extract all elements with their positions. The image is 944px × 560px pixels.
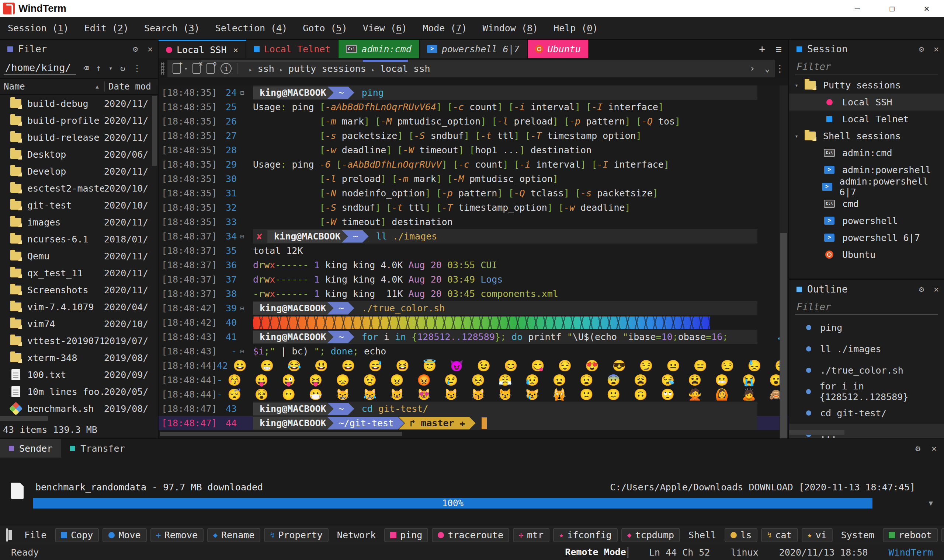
toolbar-button-mtr[interactable]: ✣mtr [513,528,549,542]
drag-handle[interactable] [161,62,165,75]
transfer-dropdown-icon[interactable]: ▼ [929,499,933,507]
breadcrumb-item-ssh[interactable]: ssh [258,63,275,74]
breadcrumb-item-putty-sessions[interactable]: putty sessions [288,63,366,74]
clear-path-icon[interactable]: ⌫ [83,63,88,73]
filer-vertical-scrollbar[interactable] [152,96,157,166]
chevron-down-icon[interactable]: ▾ [789,132,804,140]
file-row[interactable]: Desktop2020/06/ [0,146,158,163]
outline-horizontal-scrollbar[interactable] [789,430,844,435]
toolbar-button-crontab[interactable]: ♥crontab [941,528,944,542]
tab-local-telnet[interactable]: Local Telnet [246,40,339,58]
new-tab-dropdown-icon[interactable]: ▾ [184,66,187,71]
file-row[interactable]: build-release2020/11/ [0,129,158,146]
file-row[interactable]: xterm-3482019/08/ [0,349,158,366]
file-row[interactable]: git-test2020/10/ [0,197,158,214]
toolbar-button-reboot[interactable]: reboot [883,528,938,542]
gear-icon[interactable]: ⚙ [915,443,921,453]
session-item-ubuntu[interactable]: Ubuntu [789,246,944,263]
terminal-horizontal-scrollbar[interactable] [160,432,402,436]
outline-filter-input[interactable]: Filter [795,302,938,315]
toolbar-button-tcpdump[interactable]: ◆tcpdump [622,528,680,542]
terminal-vertical-scrollbar[interactable] [779,86,788,438]
info-icon[interactable]: i [221,63,231,74]
command-book-icon[interactable] [6,528,8,542]
close-tab-icon[interactable]: x [193,63,201,74]
file-row[interactable]: vttest-201907102019/07/ [0,332,158,349]
menu-item-session[interactable]: Session (1) [0,23,77,34]
close-icon[interactable]: ✕ [934,44,939,54]
session-item-powershell-6-7[interactable]: >powershell 6|7 [789,229,944,246]
close-tab-icon[interactable]: ✕ [233,45,238,54]
column-name[interactable]: Name ▲ [0,82,104,92]
menu-item-mode[interactable]: Mode (7) [415,23,475,34]
tab-powershell-6-7[interactable]: >powershell 6|7 [420,40,528,58]
minimize-button[interactable]: – [840,0,875,17]
close-button[interactable]: ✕ [909,0,944,17]
gear-icon[interactable]: ⚙ [133,44,138,54]
gear-icon[interactable]: ⚙ [919,285,924,294]
up-directory-icon[interactable]: ↑ [96,63,101,73]
column-date-modified[interactable]: Date mod [104,82,158,92]
transfer-tab-sender[interactable]: Sender [0,439,61,458]
fold-marker-icon[interactable]: ⊟ [237,89,248,97]
toolbar-button-copy[interactable]: Copy [55,528,99,542]
chevron-down-icon[interactable]: ▾ [789,82,804,89]
cursor-position[interactable]: Ln 44 Ch 52 [649,547,710,558]
restore-button[interactable]: ❐ [875,0,909,17]
outline-item[interactable]: cd git-test/ [789,402,944,424]
refresh-icon[interactable]: ↻ [120,63,125,73]
file-row[interactable]: esctest2-master2020/10/ [0,180,158,197]
collapse-icon[interactable]: ⌄ [765,63,770,74]
toolbar-button-ifconfig[interactable]: ★ifconfig [553,528,617,542]
session-item-admin-cmd[interactable]: C:\admin:cmd [789,145,944,162]
session-filter-input[interactable]: Filter [795,61,938,74]
outline-item[interactable]: ll ./images [789,338,944,360]
menu-item-goto[interactable]: Goto (5) [295,23,355,34]
path-dropdown-icon[interactable]: ▾ [109,65,113,72]
file-row[interactable]: vim-7.4.10792020/04/ [0,298,158,315]
fold-marker-icon[interactable]: ⊟ [237,348,248,355]
file-row[interactable]: build-debug2020/11/ [0,95,158,112]
file-row[interactable]: qx_test_112020/11/ [0,265,158,282]
outline-item[interactable]: for i in {128512..128589} [789,381,944,402]
expand-prompt-icon[interactable]: › [750,63,755,74]
file-row[interactable]: Qemu2020/11/ [0,248,158,265]
file-row[interactable]: Screenshots2020/11/ [0,282,158,298]
outline-item[interactable]: ping [789,317,944,338]
file-row[interactable]: images2020/11/ [0,214,158,231]
tab-local-ssh[interactable]: Local SSH✕ [159,40,246,58]
fold-marker-icon[interactable]: ⊟ [237,304,248,312]
toolbar-button-ls[interactable]: ls [725,528,757,542]
session-item-local-telnet[interactable]: Local Telnet [789,111,944,128]
close-icon[interactable]: ✕ [148,44,153,54]
outline-item[interactable]: ./true_color.sh [789,360,944,381]
menu-item-window[interactable]: Window (8) [475,23,546,34]
file-row[interactable]: 100.txt2020/09/ [0,366,158,383]
toolbar-button-traceroute[interactable]: traceroute [432,528,509,542]
menu-item-view[interactable]: View (6) [355,23,415,34]
file-row[interactable]: ncurses-6.12018/01/ [0,231,158,248]
toolbar-button-move[interactable]: Move [102,528,147,542]
path-input[interactable]: /home/king/ [4,62,76,75]
terminal-output[interactable]: [18:48:35]24⊟king@MACBOOK~ping[18:48:35]… [159,86,788,430]
menu-item-selection[interactable]: Selection (4) [208,23,295,34]
fold-marker-icon[interactable]: ⊟ [237,232,248,240]
toolbar-button-ping[interactable]: ping [384,528,428,542]
clone-tab-icon[interactable]: o [207,63,214,74]
file-row[interactable]: build-profile2020/11/ [0,112,158,129]
filer-kebab-icon[interactable]: ⋮ [133,63,142,73]
file-row[interactable]: benchmark.sh2019/08/ [0,400,158,417]
tab-admin-cmd[interactable]: C:\admin:cmd [338,40,419,58]
terminal-kebab-icon[interactable]: ⋮ [775,63,785,74]
session-item-cmd[interactable]: C:\cmd [789,195,944,212]
terminal-top-scrollbar[interactable] [201,60,408,62]
filer-horizontal-scrollbar[interactable] [0,416,48,421]
toolbar-button-remove[interactable]: ✣Remove [150,528,204,542]
menu-item-search[interactable]: Search (3) [136,23,208,34]
toolbar-button-property[interactable]: ↯Property [264,528,328,542]
menu-item-help[interactable]: Help (0) [546,23,606,34]
session-item-powershell[interactable]: >powershell [789,212,944,229]
windterm-brand[interactable]: WindTerm [889,547,933,558]
session-item-admin-powershell-6-7[interactable]: >admin:powershell 6|7 [789,178,944,195]
mode-indicator[interactable]: Remote Mode [565,547,628,558]
